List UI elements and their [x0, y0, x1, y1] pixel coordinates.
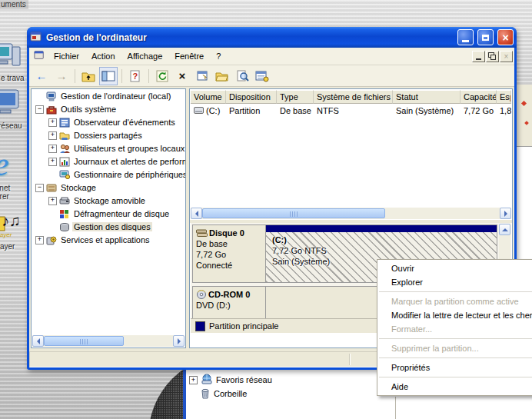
expand-icon[interactable]: + — [48, 197, 57, 205]
bg-tree-item-favoris-reseau[interactable]: + Favoris réseau — [189, 374, 272, 386]
help-button[interactable]: ? — [126, 67, 145, 85]
minimize-button[interactable] — [457, 29, 474, 45]
menu-fenetre[interactable]: Fenêtre — [168, 50, 210, 62]
refresh-button[interactable] — [153, 67, 171, 85]
window-title: Gestion de l'ordinateur — [46, 32, 454, 43]
primary-partition-swatch — [195, 321, 205, 331]
scroll-left-button[interactable] — [32, 335, 44, 347]
scroll-up-button[interactable] — [499, 224, 510, 235]
removable-storage-icon — [59, 196, 70, 206]
users-icon — [59, 144, 70, 154]
magnifier-icon — [236, 70, 249, 82]
red-marker-icon — [524, 121, 529, 125]
expand-icon[interactable]: + — [35, 236, 44, 244]
mdi-minimize-button[interactable] — [472, 51, 485, 62]
bg-tree-item-corbeille[interactable]: Corbeille — [200, 387, 247, 400]
tree-horizontal-scrollbar[interactable] — [32, 335, 185, 347]
column-header-type[interactable]: Type — [277, 90, 314, 104]
expand-icon[interactable]: + — [48, 131, 57, 140]
mdi-system-icon[interactable] — [34, 50, 45, 62]
disk-0-info[interactable]: Disque 0 De base 7,72 Go Connecté — [192, 224, 266, 283]
cd-rom-icon — [196, 290, 207, 299]
up-level-button[interactable] — [79, 67, 98, 85]
scroll-thumb[interactable] — [202, 208, 385, 218]
menu-fichier[interactable]: Fichier — [48, 50, 85, 62]
bg-tree-item-label: Favoris réseau — [216, 375, 272, 384]
volume-list-header: Volume Disposition Type Système de fichi… — [191, 90, 511, 104]
show-hide-tree-button[interactable] — [99, 67, 118, 85]
open-button[interactable] — [213, 67, 231, 85]
back-icon: ← — [36, 69, 48, 82]
expand-icon[interactable]: + — [48, 158, 57, 166]
menu-affichage[interactable]: Affichage — [121, 50, 169, 62]
tree-item-gestion-ordinateur[interactable]: Gestion de l'ordinateur (local) — [32, 89, 185, 102]
view-button[interactable] — [233, 67, 251, 85]
expand-icon[interactable]: + — [48, 118, 57, 127]
disk-title: Disque 0 — [209, 228, 244, 238]
collapse-icon[interactable]: − — [35, 105, 44, 114]
tree-item-observateur-evenements[interactable]: + Observateur d'événements — [32, 115, 185, 128]
refresh-icon — [156, 70, 168, 82]
expand-icon[interactable]: + — [189, 376, 198, 384]
menu-item-marquer-active: Marquer la partition comme active — [377, 294, 532, 308]
tree-item-stockage-amovible[interactable]: + Stockage amovible — [32, 194, 185, 207]
collapse-icon[interactable]: − — [35, 184, 44, 192]
tree-item-dossiers-partages[interactable]: + Dossiers partagés — [32, 128, 185, 141]
tree-item-label: Gestionnaire de périphériques — [72, 170, 185, 179]
tree-item-label: Dossiers partagés — [72, 131, 144, 140]
tree-item-gestion-des-disques[interactable]: Gestion des disques — [32, 220, 185, 233]
column-header-systeme-fichiers[interactable]: Système de fichiers — [314, 90, 393, 104]
tree-item-services-applications[interactable]: + Services et applications — [32, 233, 185, 246]
bg-tree-item-label: Corbeille — [214, 389, 247, 398]
list-horizontal-scrollbar[interactable] — [191, 208, 511, 219]
toolbar: ← → ? — [29, 65, 514, 87]
menu-action[interactable]: Action — [85, 50, 121, 62]
column-header-disposition[interactable]: Disposition — [226, 90, 277, 104]
back-button[interactable]: ← — [32, 67, 51, 85]
titlebar[interactable]: Gestion de l'ordinateur × — [27, 27, 517, 48]
disposition-cell: Partition — [226, 105, 277, 116]
tree-item-journaux-alertes[interactable]: + Journaux et alertes de performance — [32, 155, 185, 168]
forward-button[interactable]: → — [52, 67, 71, 85]
export-list-button[interactable] — [253, 67, 271, 85]
tree-item-label: Stockage amovible — [72, 196, 147, 205]
mmc-console-icon — [30, 31, 42, 45]
scroll-thumb[interactable] — [44, 336, 124, 346]
scroll-left-button[interactable] — [191, 208, 202, 219]
menu-item-modifier-lettre[interactable]: Modifier la lettre de lecteur et les che… — [377, 308, 532, 322]
scroll-right-button[interactable] — [500, 208, 511, 219]
tree-item-label: Journaux et alertes de performance — [72, 157, 185, 166]
tree-item-gestionnaire-peripheriques[interactable]: Gestionnaire de périphériques — [32, 168, 185, 181]
column-header-volume[interactable]: Volume — [191, 90, 226, 104]
properties-button[interactable] — [193, 67, 211, 85]
tree-item-defragmenteur[interactable]: Défragmenteur de disque — [32, 207, 185, 220]
close-button[interactable]: × — [497, 29, 514, 45]
tree-item-utilisateurs-groupes[interactable]: + Utilisateurs et groupes locaux — [32, 141, 185, 155]
computer-icon — [0, 64, 23, 73]
tree-item-outils-systeme[interactable]: − Outils système — [32, 102, 185, 115]
menu-item-explorer[interactable]: Explorer — [377, 275, 532, 289]
menu-item-proprietes[interactable]: Propriétés — [377, 361, 532, 374]
desktop-icon-label-documents[interactable]: uments — [0, 0, 28, 9]
column-header-capacite[interactable]: Capacité — [461, 90, 497, 104]
column-header-espace[interactable]: Esp — [497, 90, 511, 104]
export-list-icon — [255, 70, 269, 82]
maximize-button[interactable] — [477, 29, 494, 45]
delete-button[interactable]: × — [173, 67, 191, 85]
tree-item-label: Utilisateurs et groupes locaux — [72, 144, 185, 153]
menu-item-aide[interactable]: Aide — [377, 380, 532, 394]
cdrom-drive: DVD (D:) — [196, 300, 262, 311]
mdi-restore-button[interactable] — [486, 51, 499, 62]
tree-item-stockage[interactable]: − Stockage — [32, 181, 185, 194]
delete-icon: × — [179, 69, 186, 82]
expand-icon[interactable]: + — [48, 145, 57, 153]
menu-aide[interactable]: ? — [210, 50, 227, 62]
column-header-statut[interactable]: Statut — [393, 90, 461, 104]
volume-cell: (C:) — [206, 106, 220, 115]
menu-item-ouvrir[interactable]: Ouvrir — [377, 261, 532, 275]
scroll-right-button[interactable] — [173, 335, 185, 347]
volume-row-c[interactable]: (C:) Partition De base NTFS Sain (Systèm… — [191, 104, 511, 117]
menu-separator — [379, 291, 532, 292]
menu-bar: Fichier Action Affichage Fenêtre ? × — [29, 48, 514, 65]
tree-item-label: Stockage — [59, 183, 98, 192]
